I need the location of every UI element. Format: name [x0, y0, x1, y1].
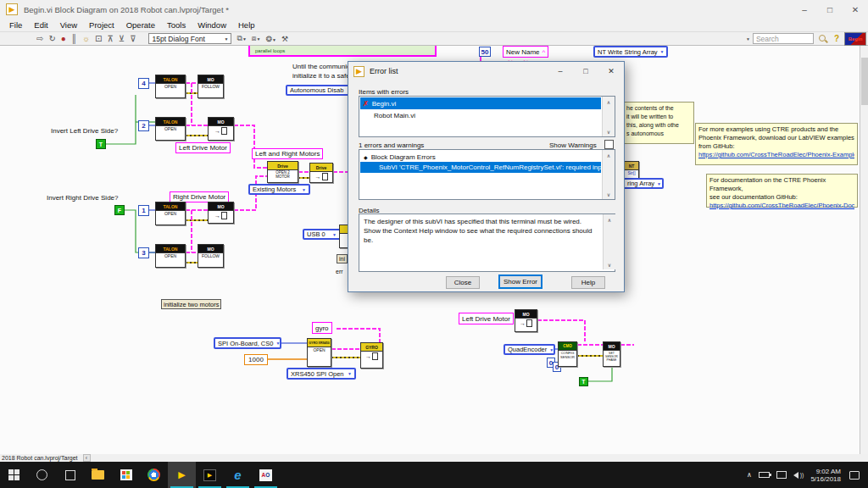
context-help-icon[interactable]: ? — [834, 34, 839, 43]
driver-station-button[interactable]: AO — [252, 462, 280, 488]
errors-list[interactable]: ◆ Block Diagram Errors SubVI 'CTRE_Phoen… — [359, 149, 615, 200]
vi-icon-badge[interactable]: Begin — [844, 32, 866, 46]
menu-edit[interactable]: Edit — [28, 20, 53, 30]
list-scrollbar[interactable]: ∧ ∨ — [602, 150, 615, 199]
config-sensor-node[interactable]: CMO CONFIG SENSOR — [558, 341, 577, 367]
nt-write-string-array-dropdown[interactable]: NT Write String Array ▼ — [593, 46, 668, 58]
usb0-dropdown[interactable]: USB 0 ▼ — [303, 229, 341, 240]
string-array-dropdown-partial[interactable]: ring Array ▼ — [623, 178, 664, 189]
talon-open-node[interactable]: TALON OPEN — [155, 202, 186, 225]
run-continuous-icon[interactable]: ↻ — [48, 33, 55, 45]
boolean-false-constant[interactable]: F — [114, 205, 125, 215]
retain-wire-values-icon[interactable]: ⊡ — [95, 33, 102, 45]
resize-objects-dropdown[interactable]: ❂▼ — [266, 35, 277, 43]
xrs450-dropdown[interactable]: XRS450 SPI Open ▼ — [287, 368, 356, 380]
numeric-constant-1[interactable]: 1 — [138, 205, 149, 216]
volume-button[interactable]: )) — [793, 472, 811, 479]
numeric-constant-1000[interactable]: 1000 — [244, 354, 268, 365]
scroll-up-icon[interactable]: ∧ — [603, 97, 615, 107]
cortana-button[interactable] — [28, 462, 56, 488]
motor-refnum-get-node[interactable]: MO → — [515, 309, 537, 332]
motor-follow-node[interactable]: MO FOLLOW — [198, 244, 224, 268]
list-item[interactable]: SubVI 'CTRE_Phoenix_MotorControl_RefNumR… — [360, 162, 601, 173]
list-item[interactable]: ◆ Block Diagram Errors — [360, 151, 601, 163]
items-with-errors-list[interactable]: ✗ Begin.vi Robot Main.vi ∧ ∨ — [359, 96, 615, 137]
menu-tools[interactable]: Tools — [161, 20, 192, 30]
show-error-button[interactable]: Show Error — [498, 274, 542, 289]
motor-refnum-set-node[interactable]: MO → — [208, 117, 234, 141]
dialog-maximize-button[interactable]: □ — [573, 62, 598, 80]
menu-window[interactable]: Window — [192, 20, 232, 30]
minimize-button[interactable]: – — [792, 0, 817, 19]
docs-link[interactable]: https://github.com/CrossTheRoadElec/Phoe… — [709, 202, 854, 210]
dialog-minimize-button[interactable]: – — [548, 62, 573, 80]
nt-node[interactable]: NT Str[] — [624, 161, 639, 180]
battery-icon[interactable] — [759, 472, 770, 478]
start-button[interactable] — [0, 462, 28, 488]
autonomous-dropdown[interactable]: Autonomous Disab — [286, 85, 350, 96]
scroll-up-icon[interactable]: ∧ — [603, 150, 615, 160]
align-objects-dropdown[interactable]: ⧉▼ — [236, 34, 246, 43]
scrollbar-thumb[interactable] — [861, 58, 868, 105]
motor-refnum-set-node[interactable]: MO → — [208, 202, 234, 224]
gyro-refnum-set-node[interactable]: GYRO → — [360, 342, 383, 369]
new-name-label[interactable]: New Name ^ — [503, 46, 548, 58]
scroll-down-icon[interactable]: ∨ — [603, 126, 615, 136]
close-button[interactable]: Close — [446, 276, 480, 289]
menu-operate[interactable]: Operate — [120, 20, 161, 30]
menu-project[interactable]: Project — [83, 20, 120, 30]
labview-taskbar-button[interactable]: ▶ — [168, 462, 196, 488]
dialog-close-button[interactable]: ✕ — [598, 62, 624, 80]
store-button[interactable] — [112, 462, 140, 488]
menu-file[interactable]: File — [3, 20, 28, 30]
hscroll-left-arrow[interactable]: ‹ — [83, 454, 91, 462]
internet-explorer-button[interactable]: e — [224, 462, 252, 488]
search-scope-dropdown[interactable]: ▼ — [746, 36, 750, 42]
scroll-down-icon[interactable]: ∨ — [604, 259, 615, 269]
list-item[interactable]: ✗ Begin.vi — [360, 97, 601, 109]
examples-link[interactable]: https://github.com/CrossTheRoadElec/Phoe… — [698, 151, 854, 159]
close-button[interactable]: ✕ — [843, 0, 868, 19]
gyro-open-node[interactable]: GYRO XRS450 OPEN — [307, 338, 331, 367]
step-over-icon[interactable]: ⊻ — [119, 33, 125, 45]
reorder-dropdown[interactable]: ⚒ — [281, 35, 288, 43]
spi-onboard-dropdown[interactable]: SPI On-Board, CS0 ▼ — [214, 337, 281, 349]
scroll-up-icon[interactable]: ∧ — [604, 214, 615, 225]
motor-follow-node[interactable]: MO FOLLOW — [198, 75, 224, 98]
scroll-down-icon[interactable]: ∨ — [603, 189, 615, 199]
abort-icon[interactable]: ● — [61, 33, 66, 45]
boolean-true-constant[interactable]: T — [96, 139, 106, 149]
run-button-icon[interactable]: ⇨ — [36, 33, 43, 45]
numeric-constant-3[interactable]: 3 — [138, 247, 149, 258]
quadencoder-dropdown[interactable]: QuadEncoder ▼ — [504, 344, 555, 355]
existing-motors-dropdown[interactable]: Existing Motors ▼ — [248, 184, 310, 195]
task-view-button[interactable] — [56, 462, 84, 488]
drive-open-node[interactable]: Drive OPEN 2 MOTOR — [267, 161, 298, 183]
menu-view[interactable]: View — [54, 20, 83, 30]
numeric-constant-50[interactable]: 50 — [479, 47, 491, 57]
details-scrollbar[interactable]: ∧ ∨ — [603, 214, 615, 269]
numeric-constant-2[interactable]: 2 — [138, 120, 149, 131]
menu-help[interactable]: Help — [232, 20, 261, 30]
action-center-icon[interactable] — [849, 471, 860, 480]
boolean-true-constant[interactable]: T — [579, 377, 588, 386]
show-warnings-checkbox[interactable] — [604, 140, 614, 149]
search-icon[interactable] — [818, 34, 828, 44]
taskbar-clock[interactable]: 9:02 AM 5/16/2018 — [810, 468, 841, 483]
font-selector[interactable]: 15pt Dialog Font ▼ — [148, 33, 231, 44]
distribute-objects-dropdown[interactable]: ⧈▼ — [252, 34, 261, 43]
numeric-constant-4[interactable]: 4 — [138, 78, 149, 89]
highlight-execution-icon[interactable]: ☼ — [82, 33, 90, 45]
drive-refnum-set-node[interactable]: Drive → — [309, 163, 333, 183]
talon-open-node[interactable]: TALON OPEN — [155, 244, 186, 268]
network-icon[interactable] — [776, 471, 787, 479]
talon-open-node[interactable]: TALON OPEN — [155, 117, 186, 141]
step-into-icon[interactable]: ⊼ — [107, 33, 113, 45]
tray-chevron-icon[interactable]: ∧ — [747, 471, 752, 479]
maximize-button[interactable]: □ — [817, 0, 843, 19]
diagram-vertical-scrollbar[interactable] — [860, 46, 868, 454]
pause-icon[interactable]: ║ — [71, 33, 77, 45]
talon-open-node[interactable]: TALON OPEN — [155, 75, 186, 98]
chrome-button[interactable] — [140, 462, 168, 488]
help-button[interactable]: Help — [571, 276, 605, 289]
